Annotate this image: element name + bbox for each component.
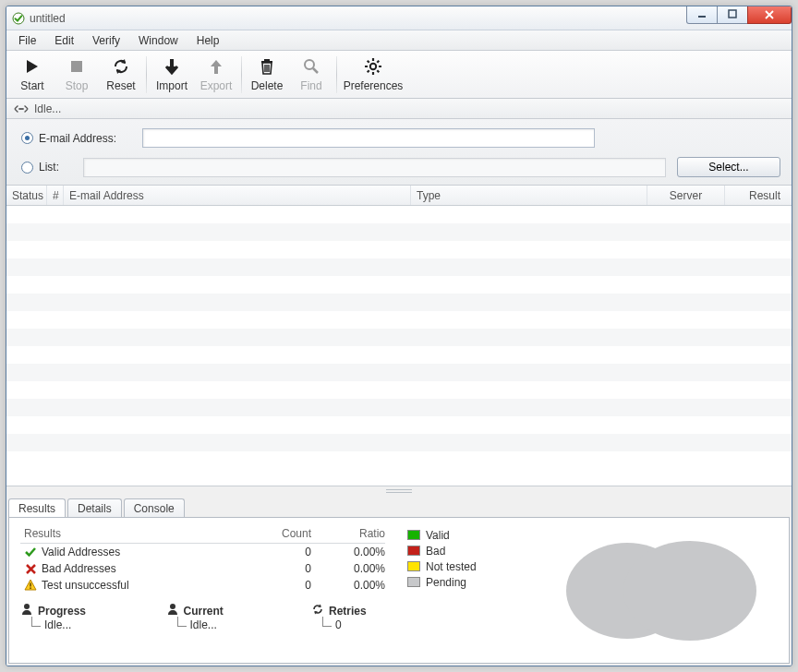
tab-console[interactable]: Console: [124, 498, 185, 517]
email-input[interactable]: [142, 128, 595, 148]
minimize-button[interactable]: [686, 6, 718, 24]
svg-rect-24: [30, 587, 31, 589]
grid-row: [6, 381, 792, 399]
toolbar: Start Stop Reset Import: [6, 51, 792, 99]
col-status[interactable]: Status: [6, 186, 47, 205]
delete-button[interactable]: Delete: [245, 53, 289, 97]
svg-rect-5: [214, 66, 218, 74]
idle-icon: [14, 104, 29, 114]
col-results-label: Results: [20, 527, 247, 540]
grid-row: [6, 294, 792, 311]
retries-title: Retries: [329, 605, 367, 618]
grid-row: [6, 206, 792, 223]
titlebar: untitled: [6, 6, 792, 30]
preferences-button[interactable]: Preferences: [340, 53, 406, 97]
grid-row: [6, 399, 792, 416]
stop-label: Stop: [66, 79, 89, 92]
pie-shape: [623, 541, 756, 641]
col-type[interactable]: Type: [411, 186, 647, 205]
current-title: Current: [184, 605, 224, 618]
import-button[interactable]: Import: [150, 53, 194, 97]
svg-rect-22: [18, 108, 23, 110]
swatch-nottested: [407, 561, 420, 571]
splitter[interactable]: [6, 486, 792, 496]
grid-row: [6, 346, 792, 364]
refresh-icon: [111, 56, 131, 77]
bad-ratio: 0.00%: [311, 562, 385, 575]
results-summary: Results Count Ratio Valid Addresses 0 0.…: [20, 527, 385, 654]
search-icon: [301, 56, 321, 77]
trash-icon: [257, 56, 277, 77]
select-button[interactable]: Select...: [677, 157, 780, 177]
col-email[interactable]: E-mail Address: [64, 186, 411, 205]
grid-row: [6, 416, 792, 434]
swatch-valid: [407, 530, 420, 540]
bad-addresses-label: Bad Addresses: [42, 562, 116, 575]
svg-line-18: [368, 61, 369, 63]
find-button: Find: [289, 53, 333, 97]
list-label: List:: [39, 161, 83, 174]
toolbar-separator: [146, 56, 147, 93]
svg-point-11: [305, 60, 314, 69]
results-panel: Results Count Ratio Valid Addresses 0 0.…: [8, 517, 790, 664]
grid-header: Status # E-mail Address Type Server Resu…: [6, 186, 792, 206]
row-unsuccessful: Test unsuccessful 0 0.00%: [20, 577, 385, 594]
grid-row: [6, 329, 792, 346]
row-bad: Bad Addresses 0 0.00%: [20, 560, 385, 577]
retries-value: 0: [311, 618, 385, 631]
results-grid: Status # E-mail Address Type Server Resu…: [6, 186, 792, 486]
svg-point-13: [370, 64, 376, 69]
legend-bad: Bad: [426, 545, 445, 558]
menu-edit[interactable]: Edit: [46, 32, 82, 49]
input-form: E-mail Address: List: Select...: [6, 119, 792, 186]
col-ratio-label: Ratio: [311, 527, 385, 540]
menu-window[interactable]: Window: [130, 32, 187, 49]
col-server[interactable]: Server: [647, 186, 725, 205]
svg-line-12: [313, 68, 318, 73]
results-chart: [522, 527, 778, 654]
svg-rect-3: [71, 61, 82, 72]
status-retries: Retries 0: [311, 603, 385, 631]
unsuccessful-count: 0: [247, 579, 311, 592]
svg-line-21: [377, 61, 379, 63]
arrow-up-icon: [206, 56, 226, 77]
grid-row: [6, 258, 792, 276]
grid-row: [6, 223, 792, 241]
grid-body[interactable]: [6, 206, 792, 486]
window-controls: [687, 6, 792, 24]
email-label: E-mail Address:: [39, 132, 142, 145]
lower-panel: Results Details Console Results Count Ra…: [6, 496, 792, 666]
tab-results[interactable]: Results: [8, 498, 66, 517]
valid-addresses-label: Valid Addresses: [42, 546, 120, 558]
maximize-button[interactable]: [717, 6, 748, 24]
svg-rect-7: [264, 59, 270, 61]
start-button[interactable]: Start: [10, 53, 54, 97]
grid-row: [6, 276, 792, 294]
menu-bar: File Edit Verify Window Help: [6, 30, 792, 51]
legend-valid: Valid: [426, 529, 450, 542]
legend-pending: Pending: [426, 576, 466, 589]
close-button[interactable]: [747, 6, 792, 24]
grid-row: [6, 311, 792, 329]
unsuccessful-ratio: 0.00%: [311, 579, 385, 592]
swatch-pending: [407, 577, 420, 587]
gear-icon: [363, 56, 383, 77]
stop-icon: [66, 56, 87, 77]
menu-help[interactable]: Help: [188, 32, 228, 49]
col-result[interactable]: Result: [725, 186, 790, 205]
mode-list-radio[interactable]: [21, 162, 33, 174]
mode-email-radio[interactable]: [21, 132, 33, 144]
grid-row: [6, 241, 792, 258]
tab-details[interactable]: Details: [67, 498, 122, 517]
reset-button[interactable]: Reset: [99, 53, 143, 97]
svg-rect-2: [729, 10, 736, 18]
menu-file[interactable]: File: [10, 32, 44, 49]
stop-button: Stop: [54, 53, 99, 97]
svg-line-20: [368, 70, 369, 72]
menu-verify[interactable]: Verify: [84, 32, 128, 49]
idle-text: Idle...: [34, 102, 61, 115]
toolbar-separator: [241, 56, 242, 93]
warning-icon: [24, 579, 37, 592]
progress-title: Progress: [38, 605, 86, 618]
col-num[interactable]: #: [47, 186, 64, 205]
